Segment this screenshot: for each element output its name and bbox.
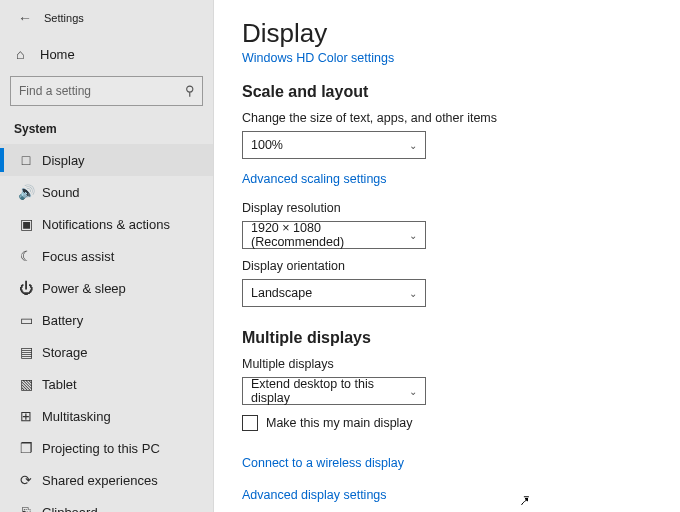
settings-app: ← Settings ⌂ Home ⚲ System □Display🔊Soun… <box>0 0 680 512</box>
advanced-display-link[interactable]: Advanced display settings <box>242 488 387 502</box>
main-display-label: Make this my main display <box>266 416 413 430</box>
shared-icon: ⟳ <box>14 472 38 488</box>
sidebar-item-display[interactable]: □Display <box>0 144 213 176</box>
sidebar-item-notifications-actions[interactable]: ▣Notifications & actions <box>0 208 213 240</box>
storage-icon: ▤ <box>14 344 38 360</box>
page-title: Display <box>242 18 652 49</box>
orientation-label: Display orientation <box>242 259 652 273</box>
clipboard-icon: ⎘ <box>14 504 38 512</box>
sidebar-item-label: Battery <box>38 313 83 328</box>
chevron-down-icon: ⌄ <box>409 230 417 241</box>
tablet-icon: ▧ <box>14 376 38 392</box>
multiple-displays-dropdown[interactable]: Extend desktop to this display ⌄ <box>242 377 426 405</box>
sidebar-item-label: Power & sleep <box>38 281 126 296</box>
sidebar-item-multitasking[interactable]: ⊞Multitasking <box>0 400 213 432</box>
sidebar-item-power-sleep[interactable]: ⏻Power & sleep <box>0 272 213 304</box>
chevron-down-icon: ⌄ <box>409 288 417 299</box>
sidebar-item-label: Shared experiences <box>38 473 158 488</box>
back-button[interactable]: ← Settings <box>0 6 213 30</box>
sidebar-item-label: Projecting to this PC <box>38 441 160 456</box>
projecting-icon: ❐ <box>14 440 38 456</box>
sidebar-item-tablet[interactable]: ▧Tablet <box>0 368 213 400</box>
home-button[interactable]: ⌂ Home <box>0 38 213 70</box>
chevron-down-icon: ⌄ <box>409 140 417 151</box>
search-container: ⚲ <box>10 76 203 106</box>
sidebar-item-storage[interactable]: ▤Storage <box>0 336 213 368</box>
multitasking-icon: ⊞ <box>14 408 38 424</box>
scale-layout-heading: Scale and layout <box>242 83 652 101</box>
text-size-label: Change the size of text, apps, and other… <box>242 111 652 125</box>
wireless-display-link[interactable]: Connect to a wireless display <box>242 456 404 470</box>
text-size-value: 100% <box>251 138 283 152</box>
main-display-checkbox[interactable] <box>242 415 258 431</box>
multiple-displays-heading: Multiple displays <box>242 329 652 347</box>
sidebar-item-label: Focus assist <box>38 249 114 264</box>
sidebar-item-sound[interactable]: 🔊Sound <box>0 176 213 208</box>
resolution-label: Display resolution <box>242 201 652 215</box>
multiple-displays-value: Extend desktop to this display <box>251 377 409 405</box>
sidebar-item-battery[interactable]: ▭Battery <box>0 304 213 336</box>
resolution-value: 1920 × 1080 (Recommended) <box>251 221 409 249</box>
multiple-displays-label: Multiple displays <box>242 357 652 371</box>
battery-icon: ▭ <box>14 312 38 328</box>
search-input[interactable] <box>10 76 203 106</box>
sidebar-nav-list: □Display🔊Sound▣Notifications & actions☾F… <box>0 144 213 512</box>
sidebar-item-label: Notifications & actions <box>38 217 170 232</box>
home-label: Home <box>40 47 75 62</box>
orientation-value: Landscape <box>251 286 312 300</box>
search-icon: ⚲ <box>185 83 195 98</box>
focus-icon: ☾ <box>14 248 38 264</box>
text-size-dropdown[interactable]: 100% ⌄ <box>242 131 426 159</box>
chevron-down-icon: ⌄ <box>409 386 417 397</box>
resolution-dropdown[interactable]: 1920 × 1080 (Recommended) ⌄ <box>242 221 426 249</box>
hd-color-settings-link[interactable]: Windows HD Color settings <box>242 51 652 65</box>
sidebar-item-label: Multitasking <box>38 409 111 424</box>
advanced-scaling-link[interactable]: Advanced scaling settings <box>242 172 387 186</box>
sidebar: ← Settings ⌂ Home ⚲ System □Display🔊Soun… <box>0 0 214 512</box>
sidebar-item-focus-assist[interactable]: ☾Focus assist <box>0 240 213 272</box>
home-icon: ⌂ <box>16 46 40 62</box>
sidebar-group-label: System <box>0 106 213 144</box>
notifications-icon: ▣ <box>14 216 38 232</box>
sidebar-item-shared-experiences[interactable]: ⟳Shared experiences <box>0 464 213 496</box>
sidebar-item-label: Display <box>38 153 85 168</box>
sound-icon: 🔊 <box>14 184 38 200</box>
sidebar-item-label: Clipboard <box>38 505 98 513</box>
power-icon: ⏻ <box>14 280 38 296</box>
display-icon: □ <box>14 152 38 168</box>
back-arrow-icon: ← <box>18 10 38 26</box>
sidebar-item-label: Tablet <box>38 377 77 392</box>
sidebar-item-label: Sound <box>38 185 80 200</box>
main-display-checkbox-row[interactable]: Make this my main display <box>242 415 652 431</box>
orientation-dropdown[interactable]: Landscape ⌄ <box>242 279 426 307</box>
content-pane: Display Windows HD Color settings Scale … <box>214 0 680 512</box>
window-title: Settings <box>44 12 84 24</box>
sidebar-item-projecting-to-this-pc[interactable]: ❐Projecting to this PC <box>0 432 213 464</box>
sidebar-item-label: Storage <box>38 345 88 360</box>
sidebar-item-clipboard[interactable]: ⎘Clipboard <box>0 496 213 512</box>
